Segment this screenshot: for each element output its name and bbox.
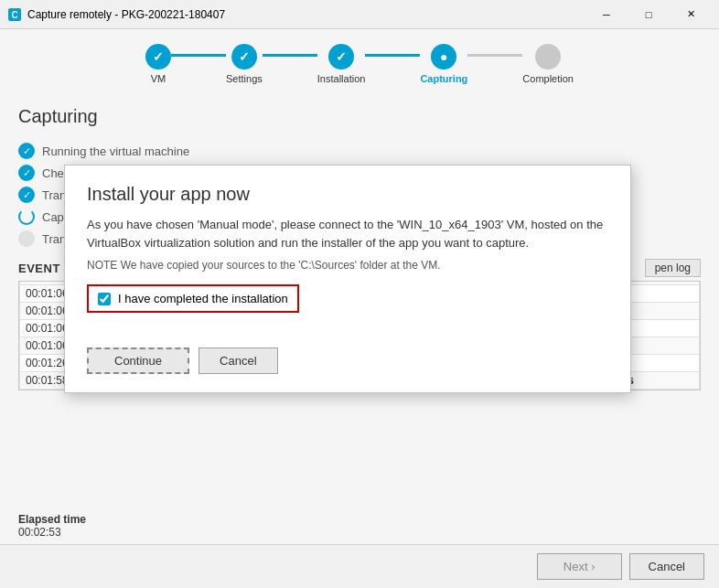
modal-note: NOTE We have copied your sources to the …	[87, 259, 608, 272]
pending-icon	[18, 230, 35, 247]
cancel-button[interactable]: Cancel	[629, 553, 704, 580]
elapsed-area: Elapsed time 00:02:53	[0, 508, 719, 544]
page-title: Capturing	[18, 106, 701, 127]
step-vm: ✓ VM	[145, 44, 171, 84]
steps-container: ✓ VM ✓ Settings ✓ Installation ● Capturi…	[145, 44, 574, 84]
step-completion: Completion	[522, 44, 574, 84]
close-button[interactable]: ✕	[670, 0, 712, 29]
step-line-4	[467, 54, 522, 57]
step-line-1	[171, 54, 226, 57]
window-controls: ─ □ ✕	[585, 0, 712, 29]
next-button[interactable]: Next ›	[537, 553, 622, 580]
modal-dialog: Install your app now As you have chosen …	[64, 165, 631, 393]
continue-button[interactable]: Continue	[87, 347, 189, 374]
step-completion-circle	[535, 44, 561, 69]
modal-text: As you have chosen 'Manual mode', please…	[87, 216, 608, 251]
next-button-label: Next ›	[563, 560, 596, 573]
step-settings: ✓ Settings	[226, 44, 263, 84]
modal-actions: Continue Cancel	[87, 347, 608, 374]
elapsed-value: 00:02:53	[18, 526, 61, 539]
title-bar: C Capture remotely - PKG-200221-180407 ─…	[0, 0, 719, 29]
bottom-bar: Next › Cancel	[0, 544, 719, 588]
main-window: ✓ VM ✓ Settings ✓ Installation ● Capturi…	[0, 29, 719, 588]
step-vm-circle: ✓	[145, 44, 171, 69]
checkbox-label: I have completed the installation	[118, 292, 288, 305]
step-settings-label: Settings	[226, 73, 263, 84]
list-item: ✓ Running the virtual machine	[18, 140, 701, 162]
step-capturing-label: Capturing	[420, 73, 467, 84]
app-icon: C	[7, 7, 22, 22]
window-title: Capture remotely - PKG-200221-180407	[27, 8, 585, 21]
installation-checkbox[interactable]	[98, 293, 111, 305]
modal-title: Install your app now	[87, 184, 608, 205]
step-item-label: Running the virtual machine	[42, 144, 189, 158]
done-icon: ✓	[18, 143, 35, 159]
step-installation: ✓ Installation	[317, 44, 366, 84]
modal-cancel-button[interactable]: Cancel	[199, 347, 277, 374]
spin-icon	[18, 208, 35, 225]
elapsed-label: Elapsed time	[18, 513, 86, 526]
step-capturing-circle: ●	[431, 44, 456, 69]
done-icon: ✓	[18, 187, 35, 203]
step-completion-label: Completion	[522, 73, 574, 84]
steps-area: ✓ VM ✓ Settings ✓ Installation ● Capturi…	[0, 29, 719, 91]
minimize-button[interactable]: ─	[585, 0, 628, 29]
restore-button[interactable]: □	[628, 0, 670, 29]
step-capturing: ● Capturing	[420, 44, 467, 84]
step-vm-label: VM	[151, 73, 166, 84]
content-area: Capturing ✓ Running the virtual machine …	[0, 91, 719, 508]
step-settings-circle: ✓	[231, 44, 257, 69]
checkbox-row[interactable]: I have completed the installation	[87, 284, 299, 313]
open-log-button[interactable]: pen log	[645, 259, 701, 277]
step-installation-circle: ✓	[328, 44, 354, 69]
step-installation-label: Installation	[317, 73, 366, 84]
step-line-3	[365, 54, 420, 57]
done-icon: ✓	[18, 165, 35, 181]
svg-text:C: C	[11, 10, 17, 20]
step-line-2	[263, 54, 317, 57]
